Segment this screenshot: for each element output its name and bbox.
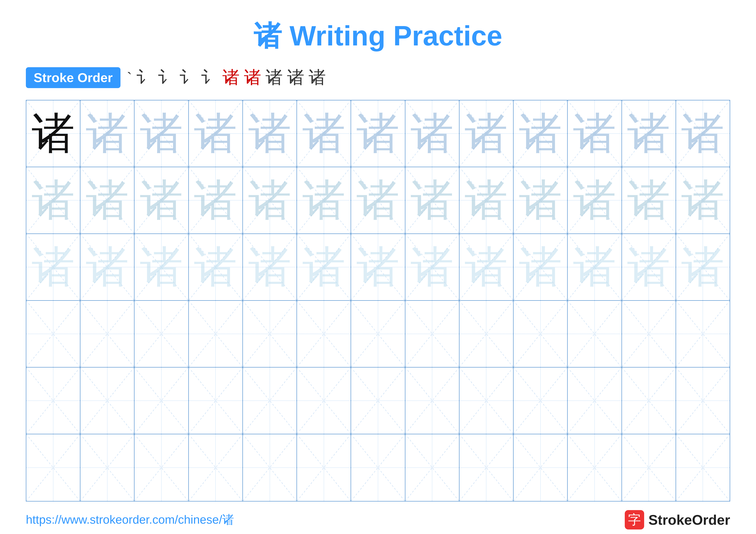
grid-row	[26, 301, 730, 368]
practice-char: 诸	[357, 171, 399, 229]
practice-char: 诸	[627, 238, 670, 296]
svg-line-94	[459, 301, 513, 367]
svg-line-80	[80, 301, 134, 367]
page-title: 诸 Writing Practice	[254, 17, 502, 55]
svg-line-146	[459, 434, 513, 501]
svg-line-97	[514, 301, 567, 367]
grid-cell	[189, 434, 243, 501]
grid-cell: 诸	[134, 100, 189, 167]
practice-char: 诸	[519, 238, 562, 296]
stroke-step-4: 讠	[179, 66, 197, 89]
grid-cell	[243, 368, 297, 434]
practice-char: 诸	[519, 105, 562, 163]
svg-line-124	[568, 368, 621, 434]
svg-line-149	[514, 434, 567, 501]
practice-char: 诸	[140, 238, 183, 296]
grid-cell: 诸	[26, 100, 80, 167]
grid-row: 诸诸诸诸诸诸诸诸诸诸诸诸诸	[26, 167, 730, 234]
svg-line-105	[26, 368, 80, 434]
grid-cell	[189, 368, 243, 434]
grid-cell	[351, 301, 405, 367]
grid-cell	[297, 368, 351, 434]
svg-line-121	[459, 368, 513, 434]
svg-line-132	[80, 434, 134, 501]
grid-cell	[459, 368, 514, 434]
svg-line-150	[568, 434, 621, 501]
svg-line-126	[622, 368, 676, 434]
grid-cell	[80, 434, 134, 501]
grid-cell: 诸	[568, 100, 622, 167]
svg-line-140	[297, 434, 351, 501]
practice-char: 诸	[681, 105, 724, 163]
stroke-step-7: 诸	[244, 66, 261, 89]
practice-char: 诸	[411, 105, 454, 163]
practice-char: 诸	[681, 171, 724, 229]
practice-char: 诸	[357, 238, 399, 296]
grid-cell: 诸	[405, 234, 459, 300]
svg-line-135	[134, 434, 188, 501]
practice-char: 诸	[519, 171, 562, 229]
grid-cell: 诸	[80, 167, 134, 234]
svg-line-130	[26, 434, 80, 501]
stroke-step-2: 讠	[136, 66, 153, 89]
svg-line-138	[243, 434, 297, 501]
grid-cell: 诸	[676, 167, 730, 234]
svg-line-125	[568, 368, 621, 434]
footer-logo-icon: 字	[625, 510, 644, 529]
practice-char: 诸	[194, 105, 237, 163]
practice-char: 诸	[32, 171, 75, 229]
practice-char: 诸	[411, 171, 454, 229]
svg-line-136	[189, 434, 242, 501]
footer-logo-char: 字	[628, 511, 641, 529]
svg-line-119	[405, 368, 459, 434]
grid-cell	[459, 301, 514, 367]
svg-line-152	[622, 434, 676, 501]
grid-cell	[568, 368, 622, 434]
svg-line-142	[351, 434, 405, 501]
svg-line-82	[134, 301, 188, 367]
svg-line-93	[405, 301, 459, 367]
svg-line-85	[189, 301, 242, 367]
svg-line-108	[134, 368, 188, 434]
svg-line-129	[676, 368, 730, 434]
svg-line-89	[297, 301, 351, 367]
svg-line-83	[134, 301, 188, 367]
stroke-sequence: ` 讠 讠 讠 讠 诸 诸 诸 诸 诸	[127, 66, 326, 89]
grid-row	[26, 434, 730, 501]
footer-logo-text: StrokeOrder	[648, 512, 730, 528]
svg-line-153	[622, 434, 676, 501]
svg-line-134	[134, 434, 188, 501]
grid-cell	[622, 434, 676, 501]
svg-line-118	[405, 368, 459, 434]
practice-char: 诸	[573, 238, 616, 296]
svg-line-101	[622, 301, 676, 367]
grid-cell	[405, 301, 459, 367]
svg-line-155	[676, 434, 730, 501]
grid-cell	[80, 301, 134, 367]
svg-line-144	[405, 434, 459, 501]
practice-char: 诸	[194, 171, 237, 229]
practice-char: 诸	[465, 105, 508, 163]
svg-line-145	[405, 434, 459, 501]
grid-cell	[26, 434, 80, 501]
svg-line-128	[676, 368, 730, 434]
practice-char: 诸	[86, 238, 129, 296]
grid-cell	[243, 434, 297, 501]
grid-row: 诸诸诸诸诸诸诸诸诸诸诸诸诸	[26, 100, 730, 167]
grid-cell	[26, 301, 80, 367]
svg-line-148	[514, 434, 567, 501]
grid-cell	[80, 368, 134, 434]
svg-line-81	[80, 301, 134, 367]
grid-cell: 诸	[676, 234, 730, 300]
stroke-step-1: `	[127, 69, 132, 86]
grid-cell: 诸	[297, 100, 351, 167]
grid-cell	[676, 434, 730, 501]
svg-line-103	[676, 301, 730, 367]
grid-cell: 诸	[297, 167, 351, 234]
grid-cell	[514, 301, 568, 367]
svg-line-120	[459, 368, 513, 434]
svg-line-106	[80, 368, 134, 434]
grid-cell	[26, 368, 80, 434]
footer-logo: 字 StrokeOrder	[625, 510, 730, 529]
grid-cell: 诸	[568, 167, 622, 234]
